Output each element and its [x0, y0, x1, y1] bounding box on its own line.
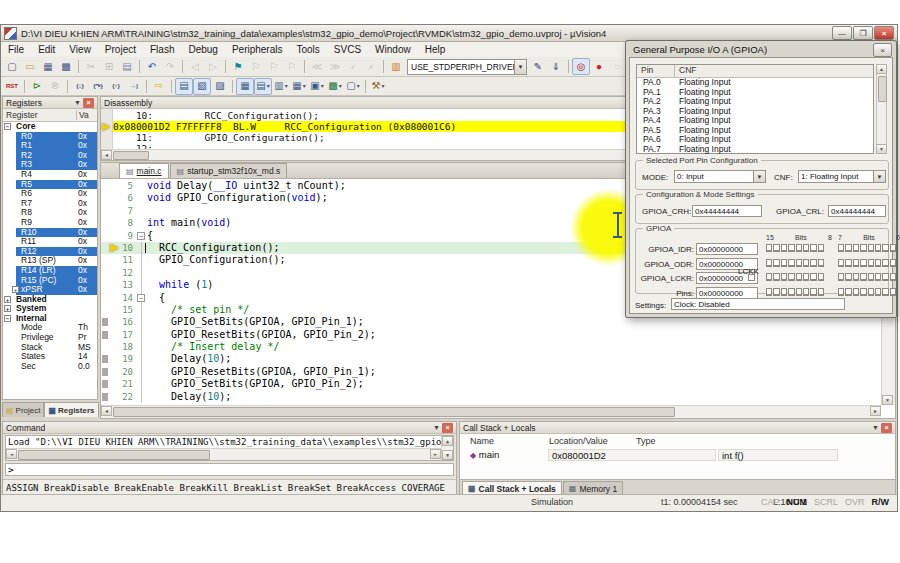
gpioa-crl-field[interactable]: 0x44444444 [828, 205, 886, 217]
disable-breakpoint-icon[interactable]: ○ [608, 58, 626, 75]
maximize-button[interactable]: ❐ [853, 26, 873, 40]
exec-marker[interactable] [101, 292, 109, 304]
register-row[interactable]: R1 0x [3, 141, 97, 151]
bit-checkboxes-high[interactable] [766, 273, 824, 281]
tree-expander-icon[interactable]: − [4, 123, 11, 130]
menu-item[interactable]: Help [418, 42, 453, 57]
bit-checkboxes-high[interactable] [766, 259, 824, 267]
bookmark-clear-icon[interactable]: ⚐ [283, 58, 301, 75]
fold-column[interactable] [136, 378, 147, 390]
register-value-field[interactable]: 0x00000000 [696, 287, 758, 299]
download-icon[interactable]: ⇓ [547, 58, 565, 75]
fold-column[interactable] [136, 192, 147, 204]
start-stop-debug-icon[interactable]: ◎ [572, 58, 590, 75]
navigate-forward-icon[interactable]: ▷ [204, 58, 222, 75]
close-icon[interactable]: × [442, 423, 453, 433]
code-line[interactable]: 20 GPIO_ResetBits(GPIOA, GPIO_Pin_1); [101, 366, 881, 378]
tree-expander-icon[interactable]: + [12, 286, 19, 293]
fold-column[interactable] [136, 267, 147, 279]
editor-tab[interactable]: ▤ startup_stm32f10x_md.s [170, 163, 288, 178]
gpio-pin-row[interactable]: PA.6 Floating Input [637, 135, 873, 145]
fold-column[interactable] [136, 205, 147, 217]
exec-marker[interactable] [101, 304, 109, 316]
redo-icon[interactable]: ↷ [161, 58, 179, 75]
register-row[interactable]: R11 0x [3, 237, 97, 247]
fold-column[interactable] [136, 316, 147, 328]
menu-item[interactable]: Tools [290, 42, 327, 57]
register-row[interactable]: Privilege Pr [3, 333, 97, 343]
fold-column[interactable] [136, 230, 147, 242]
bookmark-prev-icon[interactable]: ⚐ [247, 58, 265, 75]
exec-marker[interactable] [101, 267, 109, 279]
gpio-pin-row[interactable]: PA.0 Floating Input [637, 78, 873, 88]
step-out-icon[interactable]: {↑} [107, 78, 125, 95]
exec-marker[interactable] [101, 217, 109, 229]
save-all-icon[interactable]: ▩ [57, 58, 75, 75]
define-symbol-combo[interactable]: USE_STDPERIPH_DRIVER▼ [407, 59, 527, 75]
copy-icon[interactable]: ⊞ [100, 58, 118, 75]
step-into-icon[interactable]: {↓} [71, 78, 89, 95]
system-viewer-icon[interactable]: ▢ [344, 78, 362, 95]
open-folder-icon[interactable]: ▭ [21, 58, 39, 75]
paste-icon[interactable]: ▤ [118, 58, 136, 75]
menu-item[interactable]: Debug [181, 42, 224, 57]
bit-checkboxes-low[interactable] [838, 273, 896, 281]
menu-item[interactable]: Edit [31, 42, 62, 57]
fold-column[interactable] [136, 254, 147, 266]
register-row[interactable]: R15 (PC) 0x [3, 276, 97, 286]
code-line[interactable]: 21 GPIO_SetBits(GPIOA, GPIO_Pin_2); [101, 378, 881, 390]
bookmark-next-icon[interactable]: ⚐ [265, 58, 283, 75]
tab-project[interactable]: ▤ Project [2, 402, 44, 417]
undo-icon[interactable]: ↶ [143, 58, 161, 75]
command-input[interactable]: > [5, 463, 454, 476]
chevron-down-icon[interactable]: ▼ [514, 60, 526, 74]
code-line[interactable]: 19 Delay(10); [101, 353, 881, 365]
gpio-pin-row[interactable]: PA.2 Floating Input [637, 97, 873, 107]
register-row[interactable]: Sec 0.0 [3, 362, 97, 372]
register-row[interactable]: R5 0x [3, 180, 97, 190]
disassembly-window-icon[interactable]: ▧ [193, 78, 211, 95]
gpio-pin-table-scrollbar[interactable]: ▲ ▼ [876, 64, 887, 154]
indent-right-icon[interactable]: ≫ [326, 58, 344, 75]
register-row[interactable]: States 14 [3, 352, 97, 362]
stop-icon[interactable]: ⊗ [46, 78, 64, 95]
register-row[interactable]: R6 0x [3, 189, 97, 199]
fold-column[interactable] [136, 292, 147, 304]
gpio-pin-row[interactable]: PA.4 Floating Input [637, 116, 873, 126]
fold-column[interactable] [136, 366, 147, 378]
register-row[interactable]: Stack MS [3, 343, 97, 353]
exec-marker[interactable] [101, 180, 109, 192]
menu-item[interactable]: Project [98, 42, 143, 57]
minimize-button[interactable]: — [832, 26, 852, 40]
gpio-close-button[interactable]: × [873, 43, 892, 57]
indent-left-icon[interactable]: ≪ [308, 58, 326, 75]
pin-icon[interactable]: ▼ [431, 423, 442, 433]
new-file-icon[interactable]: ▢ [3, 58, 21, 75]
bit-checkboxes-low[interactable] [838, 259, 896, 267]
bit-checkboxes-low[interactable] [838, 288, 896, 296]
register-value-field[interactable]: 0x00000000 [696, 243, 758, 255]
exec-marker[interactable] [101, 366, 109, 378]
serial-window-icon[interactable]: ▣ [308, 78, 326, 95]
watch-window-icon[interactable]: ▥ [272, 78, 290, 95]
close-button[interactable]: × [874, 26, 894, 40]
register-row[interactable]: R9 0x [3, 218, 97, 228]
gpio-pin-row[interactable]: PA.3 Floating Input [637, 107, 873, 117]
register-row[interactable]: R4 0x [3, 170, 97, 180]
register-row[interactable]: R2 0x [3, 151, 97, 161]
menu-item[interactable]: File [1, 42, 31, 57]
save-icon[interactable]: ▦ [39, 58, 57, 75]
register-row[interactable]: R3 0x [3, 160, 97, 170]
fold-column[interactable] [136, 279, 147, 291]
exec-marker[interactable] [101, 279, 109, 291]
run-icon[interactable]: ⊳ [28, 78, 46, 95]
menu-item[interactable]: View [62, 42, 98, 57]
symbol-window-icon[interactable]: ▨ [211, 78, 229, 95]
registers-window-icon[interactable]: ▦ [236, 78, 254, 95]
editor-tab[interactable]: ▤ main.c [119, 163, 169, 178]
exec-marker[interactable] [101, 316, 109, 328]
target-options-icon[interactable]: ▥ [387, 58, 405, 75]
bottom-panel-tab[interactable]: ▦ Memory 1 [563, 481, 623, 495]
fold-column[interactable] [136, 180, 147, 192]
chevron-down-icon[interactable]: ▼ [753, 171, 765, 182]
